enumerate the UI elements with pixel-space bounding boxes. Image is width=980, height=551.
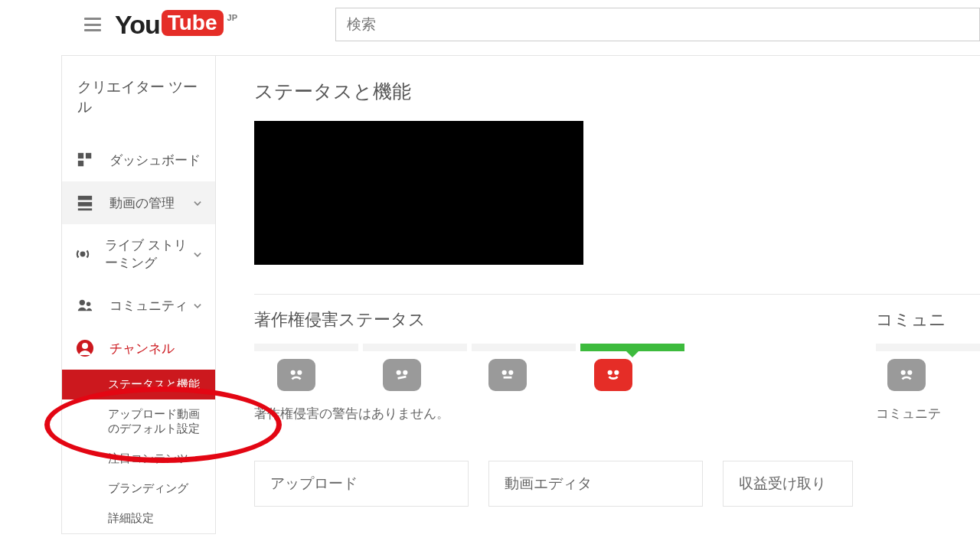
sidebar-sub-upload-defaults[interactable]: アップロード動画のデフォルト設定 bbox=[62, 399, 215, 444]
sidebar-item-label: チャンネル bbox=[109, 340, 175, 357]
dashboard-icon bbox=[74, 151, 96, 169]
channel-thumbnail-redacted bbox=[254, 121, 583, 265]
svg-line-15 bbox=[398, 377, 407, 378]
sad-face-icon bbox=[277, 359, 315, 391]
svg-point-8 bbox=[87, 302, 91, 306]
sidebar-sub-featured[interactable]: 注目コンテンツ bbox=[62, 444, 215, 474]
community-meter bbox=[876, 344, 980, 351]
logo-region: JP bbox=[227, 13, 237, 22]
feature-card-monetization[interactable]: 収益受け取り bbox=[723, 461, 853, 507]
feature-card-editor[interactable]: 動画エディタ bbox=[488, 461, 703, 507]
sad-face-icon bbox=[887, 359, 926, 391]
svg-point-17 bbox=[510, 371, 512, 373]
neutral-face-icon bbox=[488, 359, 527, 391]
svg-point-10 bbox=[82, 343, 88, 349]
sidebar-title: クリエイター ツール bbox=[62, 68, 215, 139]
svg-point-22 bbox=[909, 371, 911, 373]
live-icon bbox=[74, 245, 91, 263]
videos-icon bbox=[74, 194, 96, 212]
youtube-logo[interactable]: You Tube JP bbox=[115, 10, 237, 40]
copyright-meter bbox=[254, 344, 684, 351]
sidebar-item-videos[interactable]: 動画の管理 bbox=[62, 181, 215, 224]
svg-rect-4 bbox=[78, 202, 92, 207]
main-panel: ステータスと機能 著作権侵害ステータス 著作権侵害の警告はありません。 コミュニ bbox=[216, 55, 980, 534]
status-faces bbox=[887, 359, 980, 391]
menu-toggle[interactable] bbox=[84, 18, 101, 31]
copyright-note: 著作権侵害の警告はありません。 bbox=[254, 405, 684, 422]
svg-point-13 bbox=[397, 371, 400, 373]
logo-tube: Tube bbox=[162, 10, 224, 36]
feature-card-upload[interactable]: アップロード bbox=[254, 461, 469, 507]
happy-face-icon bbox=[594, 359, 632, 391]
search-placeholder: 検索 bbox=[347, 15, 376, 34]
logo-you: You bbox=[115, 10, 160, 40]
copyright-heading: 著作権侵害ステータス bbox=[254, 308, 684, 331]
svg-rect-0 bbox=[78, 153, 83, 158]
sidebar-item-label: コミュニティ bbox=[109, 297, 188, 315]
sidebar-item-label: ダッシュボード bbox=[109, 152, 201, 169]
chevron-down-icon bbox=[192, 197, 203, 208]
page-title: ステータスと機能 bbox=[254, 79, 980, 104]
svg-point-19 bbox=[609, 371, 611, 373]
sidebar-item-label: ライブ ストリーミング bbox=[105, 236, 192, 272]
community-icon bbox=[74, 296, 96, 315]
svg-point-14 bbox=[404, 371, 407, 373]
sidebar-sub-branding[interactable]: ブランディング bbox=[62, 474, 215, 504]
community-note: コミュニテ bbox=[876, 405, 980, 422]
chevron-down-icon bbox=[192, 249, 203, 259]
sidebar-item-community[interactable]: コミュニティ bbox=[62, 284, 215, 327]
sidebar: クリエイター ツール ダッシュボード 動画の管理 ライブ ストリーミング bbox=[61, 55, 216, 534]
svg-rect-5 bbox=[78, 208, 92, 210]
svg-point-21 bbox=[902, 371, 904, 373]
svg-point-12 bbox=[299, 371, 301, 373]
svg-point-16 bbox=[503, 371, 505, 373]
svg-point-6 bbox=[81, 253, 85, 256]
sidebar-sub-status[interactable]: ステータスと機能 bbox=[62, 370, 215, 399]
svg-point-11 bbox=[292, 371, 294, 373]
community-heading: コミュニ bbox=[876, 308, 980, 331]
sidebar-item-live[interactable]: ライブ ストリーミング bbox=[62, 224, 215, 284]
divider bbox=[254, 294, 980, 295]
search-input[interactable]: 検索 bbox=[335, 8, 980, 41]
sidebar-item-channel[interactable]: チャンネル bbox=[62, 327, 215, 370]
community-status-block: コミュニ コミュニテ bbox=[876, 308, 980, 422]
channel-icon bbox=[74, 339, 96, 357]
svg-rect-2 bbox=[78, 161, 83, 166]
svg-rect-1 bbox=[86, 153, 91, 158]
svg-rect-3 bbox=[78, 196, 92, 201]
status-faces bbox=[277, 359, 684, 391]
neutral-face-icon bbox=[383, 359, 421, 391]
sidebar-sub-advanced[interactable]: 詳細設定 bbox=[62, 504, 215, 533]
copyright-status-block: 著作権侵害ステータス 著作権侵害の警告はありません。 bbox=[254, 308, 684, 422]
sidebar-item-dashboard[interactable]: ダッシュボード bbox=[62, 139, 215, 181]
svg-point-7 bbox=[80, 300, 85, 305]
chevron-down-icon bbox=[192, 300, 203, 311]
sidebar-item-label: 動画の管理 bbox=[109, 194, 175, 212]
svg-point-20 bbox=[616, 371, 618, 373]
